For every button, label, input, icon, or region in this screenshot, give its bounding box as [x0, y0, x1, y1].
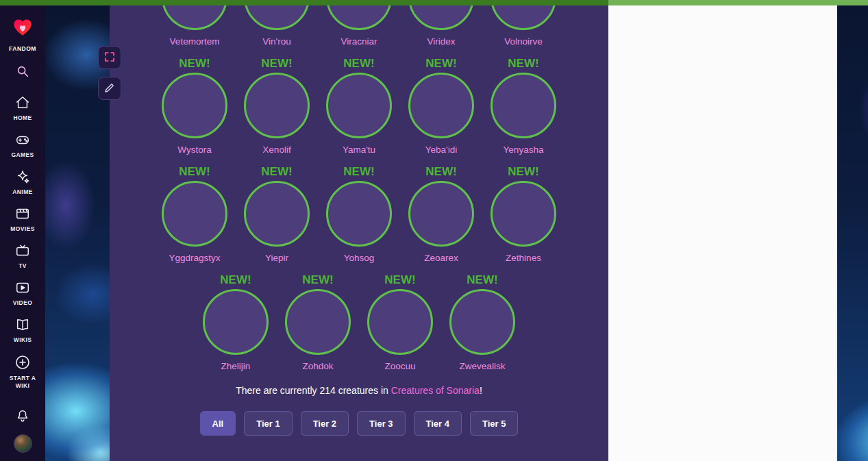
creature-card: NEW!Zeoarex [400, 164, 482, 264]
creature-link[interactable]: Yeba'idi [425, 144, 457, 156]
creature-image[interactable] [244, 181, 310, 247]
creature-image[interactable] [367, 289, 433, 355]
fandom-flame-heart-icon [11, 15, 34, 41]
creature-image[interactable] [408, 5, 474, 30]
creature-image[interactable] [491, 181, 556, 247]
fandom-logo[interactable]: FANDOM [9, 15, 36, 52]
creature-link[interactable]: Zoocuu [384, 360, 415, 373]
new-badge: NEW! [384, 273, 415, 288]
wikis-icon [15, 317, 30, 332]
creature-card: NEW!Yeba'idi [400, 56, 482, 156]
sidebar-item-games[interactable]: GAMES [0, 127, 45, 164]
creature-image[interactable] [162, 5, 227, 30]
sidebar-item-home[interactable]: HOME [0, 90, 45, 127]
filter-tier-5[interactable]: Tier 5 [470, 411, 518, 436]
filter-tier-3[interactable]: Tier 3 [357, 411, 405, 436]
new-badge: NEW! [261, 164, 292, 179]
creature-image[interactable] [285, 289, 351, 355]
sidebar-item-label: MOVIES [10, 225, 34, 233]
top-green-bar-right [608, 0, 868, 5]
new-badge: NEW! [261, 56, 292, 71]
creature-card: NEW!Zwevealisk [441, 273, 523, 373]
creature-card: NEW!Yohsog [318, 164, 400, 264]
filter-all[interactable]: All [200, 411, 236, 436]
sidebar-item-label: START A WIKI [3, 375, 42, 390]
filter-tier-2[interactable]: Tier 2 [301, 411, 349, 436]
video-icon [15, 280, 30, 295]
creature-link[interactable]: Viridex [427, 36, 455, 48]
top-green-bar [0, 0, 608, 5]
sidebar-item-wikis[interactable]: WIKIS [0, 312, 45, 349]
creature-row: NEW!ZhelijinNEW!ZohdokNEW!ZoocuuNEW!Zwev… [110, 273, 608, 373]
creature-link[interactable]: Zwevealisk [460, 360, 506, 373]
creature-image[interactable] [491, 5, 556, 30]
creature-link[interactable]: Viracniar [340, 36, 377, 48]
count-text-suffix: ! [480, 385, 482, 396]
creature-row: NEW!YggdragstyxNEW!YiepirNEW!YohsogNEW!Z… [110, 164, 608, 264]
creature-link[interactable]: Wystora [177, 144, 211, 156]
new-badge: NEW! [508, 164, 538, 179]
creature-link[interactable]: Yohsog [344, 252, 375, 264]
search-button[interactable] [12, 61, 33, 82]
filter-tier-1[interactable]: Tier 1 [244, 411, 292, 436]
creature-card: NEW!Zethines [482, 164, 565, 264]
creature-link[interactable]: Zohdok [302, 360, 333, 373]
wiki-content: NEW!VetemortemNEW!Vin'rouNEW!ViracniarNE… [110, 5, 608, 461]
right-rail [608, 5, 837, 461]
creature-link[interactable]: Yenyasha [504, 144, 544, 156]
creature-card: NEW!Yiepir [236, 164, 318, 264]
creature-link[interactable]: Zhelijin [221, 360, 251, 373]
creature-link[interactable]: Vin'rou [262, 36, 290, 48]
global-sidebar: FANDOM HOME [0, 0, 45, 461]
sidebar-item-tv[interactable]: TV [0, 238, 45, 275]
fullscreen-button[interactable] [98, 46, 121, 69]
creature-image[interactable] [162, 73, 227, 138]
creature-card: NEW!Zohdok [277, 273, 359, 373]
creature-image[interactable] [491, 73, 556, 138]
notifications-button[interactable] [15, 408, 30, 425]
filter-tier-4[interactable]: Tier 4 [414, 411, 462, 436]
creature-grid: NEW!VetemortemNEW!Vin'rouNEW!ViracniarNE… [110, 5, 608, 373]
games-icon [15, 132, 30, 147]
creature-image[interactable] [326, 5, 392, 30]
creature-link[interactable]: Zethines [506, 252, 541, 264]
creature-image[interactable] [162, 181, 227, 247]
creature-image[interactable] [408, 181, 474, 247]
creature-link[interactable]: Xenolif [262, 144, 290, 156]
creature-card: NEW!Volnoirve [482, 5, 565, 48]
creature-image[interactable] [203, 289, 269, 355]
sidebar-item-label: TV [18, 262, 27, 270]
creature-link[interactable]: Yggdragstyx [169, 252, 220, 264]
edit-button[interactable] [98, 77, 121, 100]
new-badge: NEW! [467, 273, 497, 288]
creature-image[interactable] [244, 5, 310, 30]
creature-link[interactable]: Yama'tu [343, 144, 375, 156]
sidebar-item-movies[interactable]: MOVIES [0, 201, 45, 238]
creature-card: NEW!Viracniar [318, 5, 400, 48]
creature-link[interactable]: Zeoarex [424, 252, 458, 264]
creature-link[interactable]: Yiepir [265, 252, 288, 264]
creature-link[interactable]: Vetemortem [170, 36, 220, 48]
creature-image[interactable] [326, 73, 392, 138]
home-icon [15, 95, 30, 110]
creature-card: NEW!Yenyasha [482, 56, 565, 156]
creature-link[interactable]: Volnoirve [504, 36, 543, 48]
creatures-of-sonaria-link[interactable]: Creatures of Sonaria [391, 385, 480, 396]
new-badge: NEW! [508, 56, 538, 71]
new-badge: NEW! [425, 56, 456, 71]
creature-image[interactable] [326, 181, 392, 247]
creature-image[interactable] [408, 73, 474, 138]
sidebar-item-anime[interactable]: ANIME [0, 164, 45, 201]
user-avatar[interactable] [14, 434, 32, 453]
creature-image[interactable] [449, 289, 515, 355]
sidebar-item-video[interactable]: VIDEO [0, 275, 45, 312]
tv-icon [15, 243, 30, 258]
movies-icon [15, 206, 30, 221]
fandom-logo-label: FANDOM [9, 45, 36, 52]
sidebar-item-label: WIKIS [14, 336, 32, 344]
creature-image[interactable] [244, 73, 310, 138]
sidebar-item-start-a-wiki[interactable]: START A WIKI [0, 349, 45, 395]
new-badge: NEW! [220, 273, 251, 288]
creature-row: NEW!WystoraNEW!XenolifNEW!Yama'tuNEW!Yeb… [110, 56, 608, 156]
bell-icon [15, 415, 30, 425]
